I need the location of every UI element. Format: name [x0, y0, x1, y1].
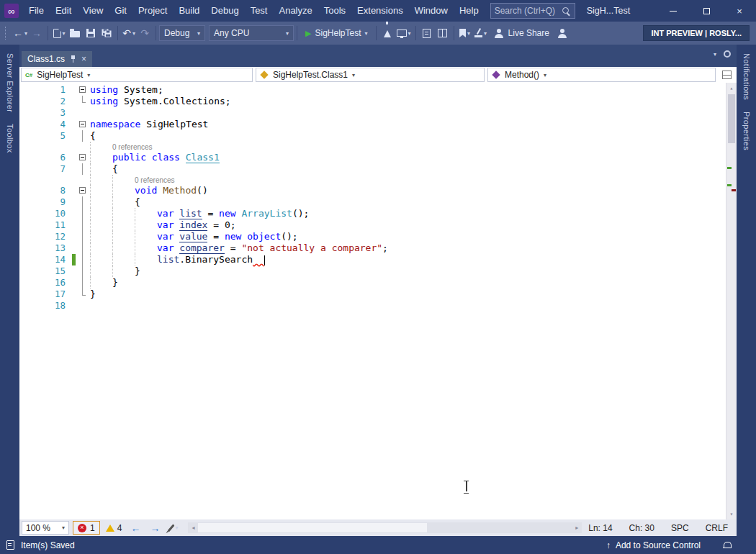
- start-debugging-button[interactable]: ▶ SigHelpTest ▾: [300, 24, 373, 42]
- menu-extensions[interactable]: Extensions: [351, 0, 409, 22]
- edit-mode-button[interactable]: ▾: [166, 524, 181, 532]
- toolbar-grip[interactable]: [5, 27, 9, 40]
- menu-project[interactable]: Project: [132, 0, 173, 22]
- code-line[interactable]: 5{: [28, 130, 726, 142]
- dock-tab-notifications[interactable]: Notifications: [742, 53, 751, 100]
- maximize-button[interactable]: [690, 0, 723, 22]
- line-ending-indicator[interactable]: CRLF: [706, 523, 728, 533]
- menu-window[interactable]: Window: [409, 0, 454, 22]
- code-cleanup-button[interactable]: ▾: [473, 24, 489, 42]
- line-indicator[interactable]: Ln: 14: [588, 523, 612, 533]
- menu-build[interactable]: Build: [173, 0, 205, 22]
- new-project-button[interactable]: ▾: [51, 24, 67, 42]
- codelens-references[interactable]: 0 references: [135, 176, 175, 184]
- split-window-icon[interactable]: [722, 71, 732, 79]
- code-line[interactable]: 10var list = new ArrayList();: [28, 208, 726, 219]
- solution-configurations-dropdown[interactable]: Debug▾: [159, 25, 205, 41]
- code-line[interactable]: 14list.BinarySearch: [28, 254, 726, 265]
- code-line[interactable]: 7{: [28, 163, 726, 175]
- dock-tab-toolbox[interactable]: Toolbox: [6, 124, 14, 153]
- find-in-files-button[interactable]: [419, 24, 435, 42]
- collapse-box-icon[interactable]: [79, 121, 86, 127]
- vertical-scrollbar-thumb[interactable]: [728, 94, 735, 143]
- type-dropdown[interactable]: SigHelpTest.Class1 ▾: [256, 68, 485, 82]
- menu-file[interactable]: File: [23, 0, 50, 22]
- dock-tab-properties[interactable]: Properties: [742, 112, 751, 150]
- column-indicator[interactable]: Ch: 30: [629, 523, 654, 533]
- add-to-source-control-button[interactable]: Add to Source Control: [616, 540, 701, 550]
- vertical-scrollbar[interactable]: ▴ ▾: [726, 83, 737, 519]
- codelens-line[interactable]: 0 references: [28, 175, 726, 185]
- notifications-bell-icon[interactable]: [723, 541, 731, 550]
- code-line[interactable]: 2using System.Collections;: [28, 96, 726, 107]
- save-all-button[interactable]: [99, 24, 114, 42]
- menu-edit[interactable]: Edit: [50, 0, 77, 22]
- scroll-down-icon[interactable]: ▾: [726, 509, 737, 519]
- menu-test[interactable]: Test: [245, 0, 274, 22]
- collapse-box-icon[interactable]: [79, 86, 86, 93]
- collapse-box-icon[interactable]: [79, 154, 86, 160]
- tab-close-icon[interactable]: ×: [81, 55, 86, 63]
- live-share-button[interactable]: Live Share: [489, 24, 554, 42]
- code-line[interactable]: 6public class Class1: [28, 152, 726, 163]
- tab-class1-cs[interactable]: Class1.cs ×: [22, 51, 92, 67]
- navigate-backward-button[interactable]: ←▾: [12, 24, 29, 42]
- save-button[interactable]: [83, 24, 99, 42]
- search-input[interactable]: [495, 6, 562, 16]
- undo-button[interactable]: ↶▾: [121, 24, 137, 42]
- previous-issue-button[interactable]: ←: [127, 522, 143, 534]
- open-file-button[interactable]: [67, 24, 83, 42]
- pin-icon[interactable]: [70, 55, 76, 63]
- menu-help[interactable]: Help: [454, 0, 485, 22]
- preview-build-badge[interactable]: INT PREVIEW | ROSLY...: [643, 25, 750, 41]
- dock-tab-server-explorer[interactable]: Server Explorer: [6, 53, 14, 112]
- member-dropdown[interactable]: Method() ▾: [487, 68, 716, 82]
- performance-profiler-button[interactable]: ▾: [395, 24, 413, 42]
- scroll-up-icon[interactable]: ▴: [726, 83, 737, 94]
- error-indicator[interactable]: × 1: [73, 521, 100, 535]
- code-line[interactable]: 18: [28, 300, 726, 312]
- scroll-right-icon[interactable]: ▸: [572, 525, 582, 531]
- code-line[interactable]: 15}: [28, 265, 726, 277]
- search-icon[interactable]: [562, 6, 571, 16]
- send-feedback-button[interactable]: [554, 24, 570, 42]
- code-line[interactable]: 3: [28, 107, 726, 119]
- code-line[interactable]: 11var index = 0;: [28, 219, 726, 231]
- menu-git[interactable]: Git: [109, 0, 132, 22]
- code-line[interactable]: 16}: [28, 277, 726, 289]
- codelens-references[interactable]: 0 references: [112, 143, 153, 151]
- navigate-forward-button[interactable]: →: [29, 24, 45, 42]
- bookmark-button[interactable]: ▾: [457, 24, 473, 42]
- quick-search-box[interactable]: [490, 3, 575, 19]
- test-explorer-button[interactable]: [379, 24, 395, 42]
- spaces-indicator[interactable]: SPC: [671, 523, 689, 533]
- code-editor[interactable]: 1using System;2using System.Collections;…: [19, 83, 737, 519]
- code-line[interactable]: 8void Method(): [28, 185, 726, 196]
- code-line[interactable]: 1using System;: [28, 84, 726, 96]
- horizontal-scrollbar-thumb[interactable]: [198, 523, 426, 532]
- horizontal-scrollbar[interactable]: ◂ ▸: [188, 522, 582, 533]
- code-line[interactable]: 12var value = new object();: [28, 231, 726, 242]
- next-issue-button[interactable]: →: [147, 522, 163, 534]
- code-line[interactable]: 4namespace SigHelpTest: [28, 119, 726, 130]
- scroll-left-icon[interactable]: ◂: [188, 525, 198, 531]
- project-dropdown[interactable]: C# SigHelpTest ▾: [21, 68, 253, 82]
- menu-debug[interactable]: Debug: [205, 0, 244, 22]
- compare-files-button[interactable]: [435, 24, 451, 42]
- tab-list-chevron-icon[interactable]: ▾: [714, 51, 716, 58]
- gear-icon[interactable]: [724, 50, 731, 58]
- minimize-button[interactable]: [657, 0, 690, 22]
- close-button[interactable]: ×: [723, 0, 756, 22]
- menu-tools[interactable]: Tools: [318, 0, 351, 22]
- codelens-line[interactable]: 0 references: [28, 142, 726, 152]
- solution-platforms-dropdown[interactable]: Any CPU▾: [209, 25, 294, 41]
- redo-button[interactable]: ↷: [137, 24, 153, 42]
- menu-view[interactable]: View: [77, 0, 109, 22]
- menu-analyze[interactable]: Analyze: [273, 0, 318, 22]
- code-line[interactable]: 9{: [28, 196, 726, 208]
- collapse-box-icon[interactable]: [79, 187, 86, 194]
- warning-indicator[interactable]: 4: [104, 523, 125, 533]
- zoom-dropdown[interactable]: 100 % ▾: [22, 521, 69, 535]
- code-line[interactable]: 17}: [28, 289, 726, 300]
- code-line[interactable]: 13var comparer = "not actually a compare…: [28, 242, 726, 254]
